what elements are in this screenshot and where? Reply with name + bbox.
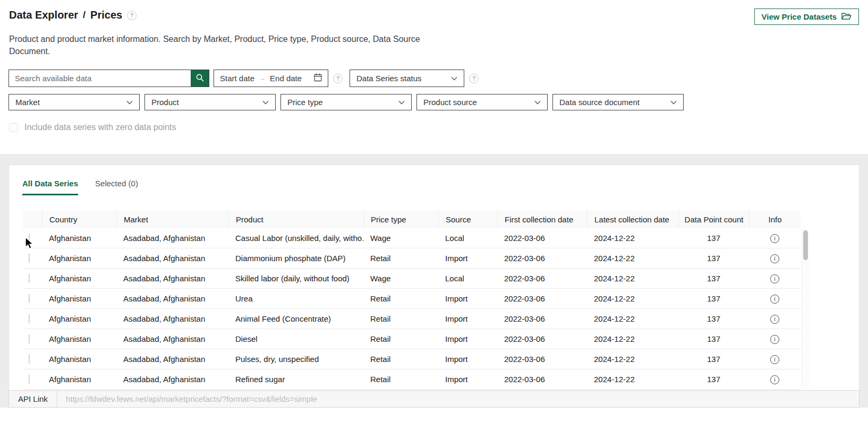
open-folder-icon [841, 12, 852, 22]
cell-market: Asadabad, Afghanistan [116, 355, 228, 364]
table-row: Afghanistan Asadabad, Afghanistan Animal… [23, 309, 801, 329]
data-source-document-dropdown[interactable]: Data source document [552, 94, 684, 110]
search-input[interactable] [9, 70, 191, 87]
date-range-picker[interactable]: Start date → End date [214, 70, 328, 87]
cell-source: Import [438, 334, 497, 343]
zero-data-checkbox[interactable] [9, 123, 18, 132]
api-link-url[interactable]: https://fdwdev.fews.net/api/marketpricef… [57, 391, 326, 407]
cell-market: Asadabad, Afghanistan [116, 375, 228, 384]
start-date-field[interactable]: Start date [220, 74, 254, 83]
cell-product: Diammonium phosphate (DAP) [228, 254, 363, 263]
cell-count: 137 [678, 375, 749, 384]
cell-country: Afghanistan [42, 274, 116, 283]
search-icon [195, 73, 205, 84]
data-series-status-dropdown[interactable]: Data Series status [350, 70, 464, 87]
cell-count: 137 [678, 254, 749, 263]
cell-market: Asadabad, Afghanistan [116, 234, 228, 243]
cell-market: Asadabad, Afghanistan [116, 314, 228, 323]
tab-selected[interactable]: Selected (0) [95, 179, 138, 195]
calendar-icon [314, 73, 322, 83]
page-description: Product and product market information. … [9, 33, 429, 57]
row-checkbox[interactable] [29, 234, 30, 243]
market-dropdown-label: Market [15, 98, 40, 107]
page-title: Prices [90, 9, 122, 21]
row-checkbox[interactable] [29, 375, 30, 384]
product-dropdown-label: Product [151, 98, 179, 107]
product-source-dropdown[interactable]: Product source [416, 94, 548, 110]
breadcrumb-separator: / [83, 10, 86, 21]
col-header-count: Data Point count [678, 210, 749, 228]
cell-first-date: 2022-03-06 [497, 234, 587, 243]
tab-bar: All Data Series Selected (0) [22, 179, 138, 195]
cell-count: 137 [678, 314, 749, 323]
breadcrumb: Data Explorer / Prices ? [9, 9, 137, 21]
breadcrumb-root[interactable]: Data Explorer [9, 9, 78, 21]
status-help-icon[interactable]: ? [469, 74, 479, 83]
tab-all-data-series[interactable]: All Data Series [22, 179, 78, 195]
cell-source: Import [438, 294, 497, 303]
cell-count: 137 [678, 355, 749, 364]
info-icon[interactable]: i [770, 355, 779, 364]
cell-price-type: Wage [363, 274, 438, 283]
table-scrollbar-thumb[interactable] [803, 230, 808, 260]
cell-product: Skilled labor (daily, without food) [228, 274, 363, 283]
product-dropdown[interactable]: Product [144, 94, 276, 110]
cell-price-type: Retail [363, 314, 438, 323]
cell-country: Afghanistan [42, 314, 116, 323]
cell-count: 137 [678, 274, 749, 283]
col-header-country: Country [42, 210, 116, 228]
page-header-section: Data Explorer / Prices ? View Price Data… [0, 0, 868, 154]
cell-source: Import [438, 375, 497, 384]
chevron-down-icon [670, 100, 677, 105]
cell-first-date: 2022-03-06 [497, 274, 587, 283]
table-scrollbar[interactable] [802, 229, 809, 389]
cell-country: Afghanistan [42, 334, 116, 343]
cell-price-type: Retail [363, 355, 438, 364]
end-date-field[interactable]: End date [270, 74, 302, 83]
table-row: Afghanistan Asadabad, Afghanistan Skille… [23, 269, 801, 289]
col-header-price-type: Price type [363, 210, 438, 228]
data-series-table: Country Market Product Price type Source… [23, 210, 801, 390]
cell-count: 137 [678, 234, 749, 243]
price-type-dropdown[interactable]: Price type [280, 94, 412, 110]
table-row: Afghanistan Asadabad, Afghanistan Diesel… [23, 329, 801, 349]
table-row: Afghanistan Asadabad, Afghanistan Diammo… [23, 248, 801, 269]
date-range-help-icon[interactable]: ? [333, 74, 343, 83]
row-checkbox[interactable] [29, 355, 30, 364]
info-icon[interactable]: i [770, 335, 779, 344]
row-checkbox[interactable] [29, 334, 30, 343]
row-checkbox[interactable] [29, 314, 30, 323]
search-button[interactable] [191, 70, 209, 87]
search-box [8, 70, 209, 87]
cell-first-date: 2022-03-06 [497, 294, 587, 303]
info-icon[interactable]: i [770, 375, 779, 384]
cell-source: Import [438, 314, 497, 323]
date-range-arrow-icon: → [259, 74, 266, 82]
cell-country: Afghanistan [42, 355, 116, 364]
row-checkbox[interactable] [29, 254, 30, 263]
info-icon[interactable]: i [770, 315, 779, 324]
cell-product: Diesel [228, 334, 363, 343]
info-icon[interactable]: i [770, 274, 779, 283]
market-dropdown[interactable]: Market [8, 94, 140, 110]
col-header-latest-date: Latest collection date [587, 210, 678, 228]
product-source-dropdown-label: Product source [423, 98, 477, 107]
info-icon[interactable]: i [770, 254, 779, 263]
filter-row-secondary: Market Product Price type Product source… [8, 94, 684, 110]
row-checkbox[interactable] [29, 294, 30, 303]
table-row: Afghanistan Asadabad, Afghanistan Urea R… [23, 289, 801, 309]
cell-latest-date: 2024-12-22 [587, 355, 678, 364]
chevron-down-icon [398, 100, 405, 105]
page-help-icon[interactable]: ? [127, 11, 137, 20]
chevron-down-icon [126, 100, 133, 105]
info-icon[interactable]: i [770, 295, 779, 304]
cell-first-date: 2022-03-06 [497, 334, 587, 343]
cell-first-date: 2022-03-06 [497, 355, 587, 364]
cell-price-type: Retail [363, 254, 438, 263]
row-checkbox[interactable] [29, 274, 30, 283]
cell-count: 137 [678, 294, 749, 303]
view-price-datasets-button[interactable]: View Price Datasets [754, 8, 859, 25]
cell-latest-date: 2024-12-22 [587, 254, 678, 263]
zero-data-filter: Include data series with zero data point… [9, 123, 176, 132]
info-icon[interactable]: i [770, 234, 779, 243]
